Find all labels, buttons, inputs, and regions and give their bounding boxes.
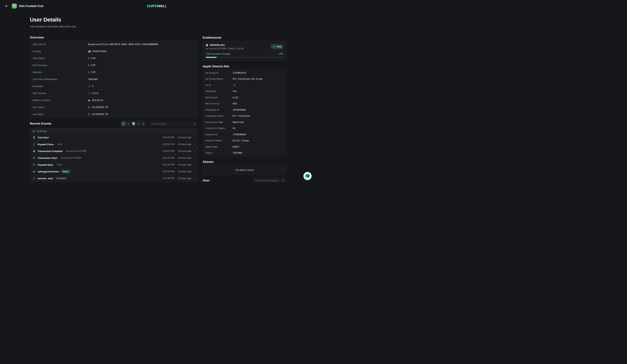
row-value: $SuperwallAlias:40EC9876-A85E-4AE9-8762-…: [88, 43, 158, 46]
event-row[interactable]: Paywall Close·Grok3:33:01 PM·19 hours ag…: [30, 141, 198, 148]
page-subtitle: View detailed information about this use…: [30, 25, 198, 28]
back-button[interactable]: [4, 3, 9, 9]
overview-row: Total Spent$0.00: [30, 55, 198, 62]
event-meta: 3:32:20 PM·19 hours ago: [162, 163, 196, 166]
event-detail: etc.annual.7df.1999: [66, 150, 87, 152]
apple-icon: [206, 44, 208, 46]
event-row[interactable]: settingsJoinActionMatch3:32:20 PM·19 hou…: [30, 168, 198, 175]
timer-icon: [273, 46, 275, 48]
dot-separator: ·: [64, 150, 65, 152]
events-group-header: Yesterday: [30, 128, 198, 134]
row-value-group: $0.00: [88, 71, 95, 74]
user-details-page: Elite Football Club $SUPERWALL User Deta…: [0, 0, 314, 182]
dot-separator: ·: [176, 136, 176, 139]
us-flag-icon: [88, 50, 91, 52]
dot-separator: ·: [176, 150, 176, 152]
row-value: EFC Evergreen Ad Group: [233, 78, 262, 80]
recent-events-heading: Recent Events: [30, 122, 52, 126]
topbar: Elite Football Club $SUPERWALL: [0, 0, 314, 12]
row-value-group: $SuperwallAlias:40EC9876-A85E-4AE9-8762-…: [88, 43, 158, 46]
overview-row: Last Seen1st October '25: [30, 111, 198, 118]
event-relative-time: 19 hours ago: [178, 177, 191, 180]
row-label: Platform Version: [33, 99, 88, 102]
row-label: Campaign Name: [205, 114, 233, 117]
row-value: build lineup: [233, 139, 249, 142]
row-label: Ad Group Name: [205, 78, 233, 80]
asa-row: AttributionYes: [203, 88, 286, 94]
row-label: Ad Id: [205, 84, 233, 87]
chat-button[interactable]: [303, 172, 312, 180]
event-row[interactable]: Paywall Open·Grok3:32:20 PM·19 hours ago: [30, 161, 198, 168]
row-label: Conversion Type: [205, 121, 233, 124]
event-relative-time: 19 hours ago: [178, 170, 191, 173]
entitlement-details: etc.annual.7df.1999 • Yearly • $19.99: [206, 47, 244, 50]
eye-icon: [33, 163, 36, 166]
recent-events-header: Recent Events: [30, 121, 198, 127]
currency-symbol: $: [88, 64, 89, 67]
comet-icon: [33, 177, 36, 180]
logo-rest: WALL: [159, 4, 167, 8]
row-value: 7937960: [233, 151, 242, 154]
event-time: 3:33:03 PM: [162, 136, 174, 139]
row-label: Renewals: [33, 85, 88, 88]
event-name: Paywall Close: [38, 143, 53, 146]
user-attributes-search-input[interactable]: [253, 179, 280, 182]
event-meta: 3:32:23 PM·19 hours ago: [162, 157, 196, 159]
overview-row: User Since1st October '25: [30, 104, 198, 111]
row-value: -1: [233, 84, 235, 87]
row-value-group: 1st October '25: [88, 113, 108, 116]
chevron-right-icon: [193, 177, 196, 180]
event-row[interactable]: Session Start3:32:05 PM·19 hours ago: [30, 182, 198, 182]
event-meta: 3:32:05 PM·19 hours ago: [162, 177, 196, 180]
logo-accent: $SUPER: [147, 4, 158, 8]
row-value: Download: [233, 121, 244, 124]
toolbar-list-view-icon[interactable]: [121, 121, 126, 126]
row-value: 0: [92, 85, 93, 88]
toolbar-app-icon[interactable]: [131, 121, 136, 126]
chevron-right-icon: [193, 150, 196, 152]
event-relative-time: 19 hours ago: [178, 143, 191, 145]
row-label: Keyword Id: [205, 133, 233, 136]
event-name: Trial Start: [38, 136, 49, 139]
event-row[interactable]: session_startNo Match3:32:05 PM·19 hours…: [30, 175, 198, 182]
row-label: Country Or Region: [205, 127, 233, 130]
apple-icon: [88, 99, 90, 102]
shopping-cart-icon: [33, 156, 36, 159]
events-group-label: Yesterday: [37, 130, 47, 133]
row-value-group: 3.12.5: [88, 92, 99, 94]
row-label: User Since: [33, 106, 88, 109]
chevron-right-icon: [193, 164, 196, 166]
chevron-right-icon: [193, 136, 196, 139]
dot-separator: ·: [176, 177, 176, 180]
event-row[interactable]: Transaction Start·etc.annual.7df.19993:3…: [30, 154, 198, 161]
overview-row: Last Seen EntitlementsUnknown: [30, 76, 198, 83]
event-time: 3:32:05 PM: [162, 177, 174, 180]
user-section-header: User: [203, 178, 286, 182]
toolbar-dollar-icon[interactable]: [136, 121, 141, 126]
toolbar-info-icon[interactable]: [141, 121, 146, 126]
row-value-group: $0.00: [88, 57, 95, 60]
row-value-group: 0: [88, 85, 93, 88]
refresh-icon: [88, 85, 90, 88]
row-value-group: iOS 26.0.0: [88, 99, 103, 102]
row-label: Bid Amount: [205, 96, 233, 99]
entitlement-card: Unlocks pro etc.annual.7df.1999 • Yearly…: [203, 41, 286, 61]
superwall-logo: $SUPERWALL: [147, 4, 166, 8]
event-relative-time: 19 hours ago: [178, 163, 191, 166]
event-detail: Grok: [57, 163, 62, 166]
search-icon: [193, 122, 198, 125]
events-search-input[interactable]: [149, 122, 193, 125]
overview-row: Refunds$0.00: [30, 69, 198, 76]
event-row[interactable]: Transaction Complete·etc.annual.7df.1999…: [30, 148, 198, 154]
dot-separator: ·: [58, 157, 59, 159]
row-value-group: 1st October '25: [88, 106, 108, 109]
apple-search-ads-table: Ad Group Id1555801015Ad Group NameEFC Ev…: [203, 70, 286, 156]
event-detail: Grok: [57, 143, 62, 145]
event-row[interactable]: Trial Start3:33:03 PM·19 hours ago: [30, 134, 198, 141]
toolbar-phone-icon[interactable]: [126, 121, 131, 126]
app-name: Elite Football Club: [19, 4, 44, 7]
event-name: Paywall Open: [38, 163, 53, 166]
asa-row: Ad Group NameEFC Evergreen Ad Group: [203, 76, 286, 82]
row-value: 3.12.5: [92, 92, 99, 94]
currency-symbol: $: [88, 57, 89, 60]
